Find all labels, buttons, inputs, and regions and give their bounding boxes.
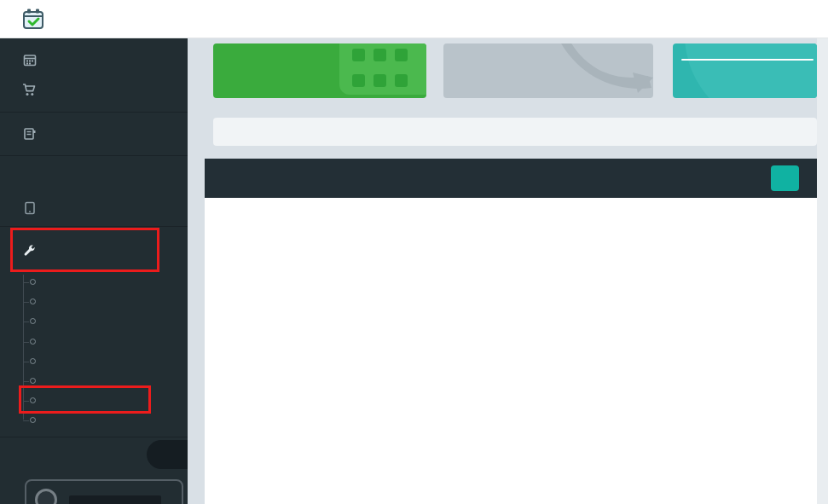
watermark-square [352, 49, 365, 61]
app-window [0, 0, 828, 504]
sidebar-subitem-specializations[interactable] [0, 312, 188, 332]
sidebar-subitem-clinics[interactable] [0, 333, 188, 352]
tree-connector [23, 401, 29, 402]
calendar-icon [22, 53, 37, 67]
watermark-square [395, 74, 408, 87]
bullet-icon [30, 298, 36, 304]
sidebar-divider [0, 112, 188, 113]
form-icon [22, 127, 37, 142]
sidebar-subitem-schedule[interactable] [0, 352, 188, 372]
watermark-square [373, 49, 386, 61]
tree-connector [23, 381, 29, 382]
watermark-square [373, 74, 386, 87]
scrollbar-track[interactable] [817, 38, 828, 504]
sidebar-divider [0, 155, 188, 156]
sidebar-collapse-button[interactable] [147, 440, 188, 469]
tree-connector [23, 420, 29, 421]
chart-panel [205, 159, 817, 504]
bullet-icon [30, 397, 36, 403]
bullet-icon [30, 318, 36, 324]
trend-arrow-watermark-icon [443, 43, 653, 98]
tree-connector [23, 342, 29, 343]
line-chart [205, 229, 817, 504]
tree-connector [23, 362, 29, 362]
bullet-icon [30, 417, 36, 423]
bullet-icon [30, 378, 36, 384]
sidebar [0, 38, 188, 504]
stats-period-bar [213, 118, 817, 146]
sidebar-divider [0, 437, 188, 437]
promo-logo-icon [35, 489, 57, 504]
sidebar-item-planner[interactable] [0, 47, 188, 72]
sidebar-item-online-form[interactable] [0, 121, 188, 147]
promo-text-placeholder [69, 495, 161, 504]
app-calendar-check-icon [22, 8, 44, 30]
sidebar-subitem-performers[interactable] [0, 273, 188, 293]
sidebar-subitem-integration[interactable] [0, 411, 188, 431]
chart-panel-header [205, 159, 817, 198]
stat-tile-gray [443, 43, 653, 98]
tree-connector [23, 302, 29, 303]
bullet-icon [30, 358, 36, 364]
tablet-icon [22, 201, 37, 216]
sidebar-item-settings[interactable] [0, 238, 188, 264]
sidebar-subitem-payment-methods[interactable] [0, 391, 188, 411]
wrench-icon [22, 244, 37, 258]
sidebar-subitem-services[interactable] [0, 293, 188, 312]
watermark-square [352, 74, 365, 87]
cart-icon [22, 83, 37, 97]
stat-tile-teal [673, 43, 817, 98]
tree-connector [23, 322, 29, 322]
clinics-filter-button[interactable] [771, 165, 799, 191]
tree-connector [23, 282, 29, 283]
bullet-icon [30, 339, 36, 345]
circle-watermark [685, 43, 817, 98]
sparkline [681, 59, 814, 61]
watermark-square [395, 49, 408, 61]
stat-tile-green [213, 43, 426, 98]
sidebar-item-tablet[interactable] [0, 195, 188, 221]
top-header [0, 0, 828, 38]
sidebar-item-payments[interactable] [0, 77, 188, 102]
sidebar-item-label [46, 128, 50, 141]
sidebar-promo-box[interactable] [25, 479, 183, 504]
sidebar-divider [0, 226, 188, 227]
bullet-icon [30, 279, 36, 285]
sidebar-subitem-booking-limits[interactable] [0, 372, 188, 391]
